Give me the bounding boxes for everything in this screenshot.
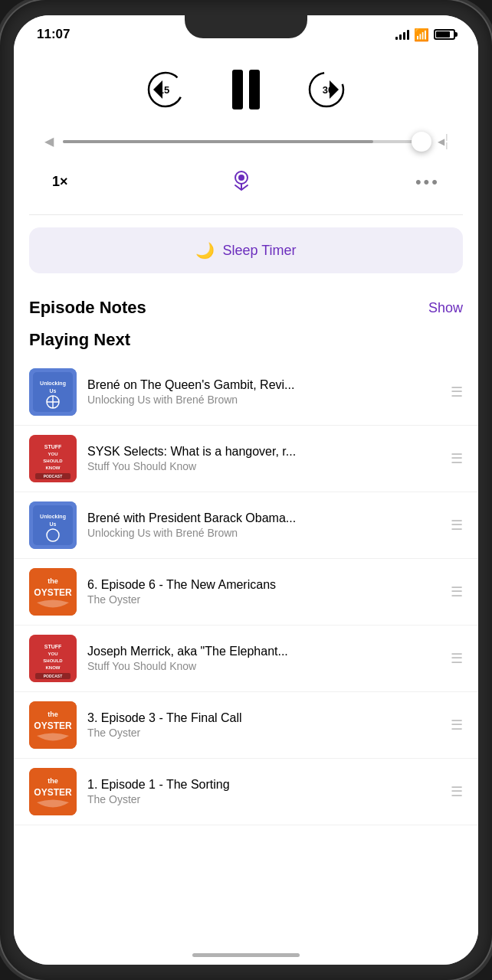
sleep-timer-label: Sleep Timer <box>222 243 296 259</box>
svg-text:STUFF: STUFF <box>44 644 62 649</box>
svg-text:the: the <box>48 777 58 785</box>
episode-title: SYSK Selects: What is a hangover, r... <box>87 445 440 459</box>
svg-point-7 <box>238 175 244 181</box>
svg-text:Unlocking: Unlocking <box>40 514 66 520</box>
episode-artwork: STUFF YOU SHOULD KNOW PODCAST <box>29 435 77 482</box>
list-item: the OYSTER 3. Episode 3 - The Final Call… <box>14 692 478 759</box>
episode-podcast: The Oyster <box>87 727 440 739</box>
playing-next-header: Playing Next <box>14 324 478 359</box>
episode-title: Joseph Merrick, aka "The Elephant... <box>87 645 440 658</box>
show-notes-button[interactable]: Show <box>428 300 463 316</box>
sysk-art-2-icon: STUFF YOU SHOULD KNOW PODCAST <box>29 635 77 682</box>
episode-title: Brené with President Barack Obama... <box>87 511 440 525</box>
list-item: Unlocking Us Brené with President Barack… <box>14 492 478 559</box>
drag-handle-icon[interactable]: ☰ <box>451 384 463 400</box>
volume-fill <box>63 140 373 143</box>
episode-info: Brené on The Queen's Gambit, Revi... Unl… <box>87 378 440 406</box>
rewind-icon: 15 <box>146 70 185 109</box>
episode-info: 3. Episode 3 - The Final Call The Oyster <box>87 711 440 739</box>
episode-podcast: Stuff You Should Know <box>87 660 440 672</box>
oyster-art-3-icon: the OYSTER <box>29 768 77 815</box>
volume-low-icon: ◀ <box>44 134 54 149</box>
playback-options: 1× ••• <box>44 168 448 195</box>
main-content[interactable]: 15 30 <box>14 54 478 965</box>
episode-artwork: the OYSTER <box>29 768 77 815</box>
svg-text:Us: Us <box>50 521 57 527</box>
notch <box>185 15 307 38</box>
battery-icon <box>434 29 455 40</box>
svg-text:OYSTER: OYSTER <box>34 720 72 731</box>
more-options-button[interactable]: ••• <box>415 172 440 192</box>
episode-podcast: The Oyster <box>87 793 440 805</box>
sysk-art-icon: STUFF YOU SHOULD KNOW PODCAST <box>29 435 77 482</box>
volume-control: ◀ ◀ || <box>44 133 448 149</box>
episode-info: 6. Episode 6 - The New Americans The Oys… <box>87 578 440 606</box>
drag-handle-icon[interactable]: ☰ <box>451 783 463 800</box>
volume-thumb[interactable] <box>412 132 431 152</box>
svg-text:Us: Us <box>50 388 57 394</box>
svg-text:the: the <box>48 710 58 718</box>
list-item: the OYSTER 1. Episode 1 - The Sorting Th… <box>14 759 478 825</box>
volume-high-icon: ◀ || <box>438 133 448 149</box>
signal-bars-icon <box>395 29 409 40</box>
episode-artwork: Unlocking Us <box>29 368 77 416</box>
oyster-art-icon: the OYSTER <box>29 568 77 616</box>
svg-text:OYSTER: OYSTER <box>34 587 72 598</box>
forward-button[interactable]: 30 <box>306 69 347 110</box>
svg-text:PODCAST: PODCAST <box>44 674 62 678</box>
list-item: the OYSTER 6. Episode 6 - The New Americ… <box>14 559 478 626</box>
episode-podcast: The Oyster <box>87 593 440 606</box>
forward-icon: 30 <box>307 70 346 109</box>
drag-handle-icon[interactable]: ☰ <box>451 517 463 534</box>
svg-text:30: 30 <box>323 84 333 96</box>
svg-text:SHOULD: SHOULD <box>43 459 63 463</box>
wifi-icon: 📶 <box>414 28 429 42</box>
status-time: 11:07 <box>37 27 70 42</box>
episode-artwork: the OYSTER <box>29 701 77 749</box>
ellipsis-icon: ••• <box>415 172 440 191</box>
episode-title: 6. Episode 6 - The New Americans <box>87 578 440 592</box>
phone-frame: 11:07 📶 <box>0 0 492 980</box>
episode-podcast: Stuff You Should Know <box>87 460 440 472</box>
home-indicator <box>192 953 300 957</box>
unlocking-us-art-2-icon: Unlocking Us <box>29 501 77 549</box>
volume-track[interactable] <box>63 140 428 143</box>
list-item: Unlocking Us Brené on The Queen's Gambit… <box>14 359 478 426</box>
drag-handle-icon[interactable]: ☰ <box>451 450 463 467</box>
episode-info: 1. Episode 1 - The Sorting The Oyster <box>87 778 440 805</box>
transport-controls: 15 30 <box>44 69 448 110</box>
episode-title: 3. Episode 3 - The Final Call <box>87 711 440 725</box>
svg-text:STUFF: STUFF <box>44 444 62 449</box>
sleep-timer-button[interactable]: 🌙 Sleep Timer <box>29 227 463 273</box>
player-section: 15 30 <box>14 54 478 214</box>
svg-text:KNOW: KNOW <box>46 466 61 470</box>
svg-text:YOU: YOU <box>48 652 57 656</box>
episode-notes-title: Episode Notes <box>29 298 146 318</box>
oyster-art-2-icon: the OYSTER <box>29 701 77 749</box>
drag-handle-icon[interactable]: ☰ <box>451 650 463 667</box>
drag-handle-icon[interactable]: ☰ <box>451 717 463 733</box>
pause-button[interactable] <box>232 70 260 109</box>
list-item: STUFF YOU SHOULD KNOW PODCAST SYSK Selec… <box>14 426 478 492</box>
episode-podcast: Unlocking Us with Brené Brown <box>87 527 440 539</box>
episode-artwork: STUFF YOU SHOULD KNOW PODCAST <box>29 635 77 682</box>
svg-text:SHOULD: SHOULD <box>43 658 63 663</box>
playback-speed-button[interactable]: 1× <box>52 174 68 190</box>
airplay-icon <box>229 168 254 193</box>
episode-title: Brené on The Queen's Gambit, Revi... <box>87 378 440 392</box>
svg-text:OYSTER: OYSTER <box>34 787 72 798</box>
episode-notes-header: Episode Notes Show <box>14 286 478 324</box>
rewind-button[interactable]: 15 <box>145 69 186 110</box>
airplay-button[interactable] <box>229 168 254 195</box>
unlocking-us-art-icon: Unlocking Us <box>29 368 77 416</box>
svg-text:15: 15 <box>159 84 169 96</box>
svg-text:PODCAST: PODCAST <box>44 474 62 479</box>
list-item: STUFF YOU SHOULD KNOW PODCAST Joseph Mer… <box>14 626 478 692</box>
phone-screen: 11:07 📶 <box>14 15 478 965</box>
status-icons: 📶 <box>395 28 455 42</box>
svg-text:KNOW: KNOW <box>46 665 61 670</box>
episode-info: Brené with President Barack Obama... Unl… <box>87 511 440 539</box>
sleep-timer-section: 🌙 Sleep Timer <box>14 215 478 286</box>
drag-handle-icon[interactable]: ☰ <box>451 583 463 600</box>
episode-artwork: Unlocking Us <box>29 501 77 549</box>
